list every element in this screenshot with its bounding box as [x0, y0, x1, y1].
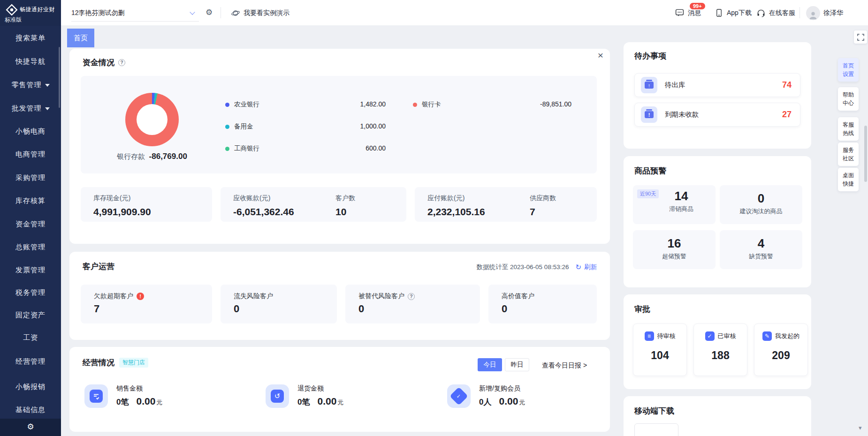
avatar	[806, 6, 820, 20]
alert-cell-slow-moving[interactable]: 近90天 14 滞销商品	[633, 185, 716, 224]
sidebar-item-ecom-mgmt[interactable]: 电商管理	[0, 149, 61, 160]
sidebar-item-purchase[interactable]: 采购管理	[0, 172, 61, 183]
sidebar-scrollbar[interactable]	[59, 47, 60, 108]
smart-store-tag: 智慧门店	[119, 358, 148, 368]
business-title: 经营情况	[83, 357, 114, 368]
last-90-days-tag: 近90天	[637, 189, 659, 198]
close-icon[interactable]: ×	[598, 50, 603, 61]
sidebar-item-retail[interactable]: 零售管理	[0, 79, 61, 90]
today-button[interactable]: 今日	[478, 358, 502, 371]
metric-refund: ↺ 退货金额 0笔0.00元	[266, 384, 343, 408]
due-unpaid-icon: !	[641, 106, 657, 123]
alert-cell-out-of-stock[interactable]: 4 缺货预警	[720, 230, 802, 269]
alert-cell-overstock[interactable]: 16 超储预警	[633, 230, 716, 269]
person-icon	[808, 10, 818, 20]
approval-approved[interactable]: ✓已审核 188	[693, 323, 747, 376]
customer-card-replacement-risk[interactable]: 被替代风险客户? 0	[345, 285, 480, 323]
stat-customers: 客户数 10	[335, 194, 355, 218]
sidebar-item-funds[interactable]: 资金管理	[0, 218, 61, 230]
legend-dot	[413, 103, 417, 107]
approval-pending[interactable]: ≡待审核 104	[633, 323, 687, 376]
todo-title: 待办事项	[634, 51, 666, 61]
todo-item-due-unpaid[interactable]: ! 到期未收款 27	[634, 103, 800, 127]
alert-icon: !	[137, 293, 144, 300]
todo-card: 待办事项 ↑ 待出库 74 ! 到期未收款 27	[624, 42, 811, 149]
gear-icon: ⚙	[27, 422, 34, 431]
rail-community[interactable]: 服务社区	[838, 143, 859, 166]
sidebar-item-wholesale[interactable]: 批发管理	[0, 103, 61, 114]
rail-help-center[interactable]: 帮助中心	[838, 87, 859, 111]
messages-button[interactable]: 99+ 消息	[675, 0, 701, 26]
sidebar-item-inventory[interactable]: 库存核算	[0, 195, 61, 206]
fullscreen-button[interactable]	[854, 30, 867, 44]
refresh-link[interactable]: 刷新	[584, 263, 597, 271]
brand-logo-icon	[6, 4, 18, 16]
sales-amount-icon	[84, 384, 108, 408]
alert-cell-eliminate[interactable]: 0 建议淘汰的商品	[720, 185, 802, 224]
sidebar-item-ledger[interactable]: 总账管理	[0, 241, 61, 253]
tab-home[interactable]: 首页	[67, 29, 94, 47]
legend-value: 600.00	[315, 144, 386, 152]
sidebar-item-fixed-assets[interactable]: 固定资产	[0, 309, 61, 321]
mobile-download-card: 移动端下载	[624, 396, 811, 436]
customer-card-churn-risk[interactable]: 流失风险客户 0	[221, 285, 337, 323]
clipboard-lines-icon: ≡	[645, 331, 654, 341]
scroll-down-icon[interactable]: ▾	[859, 424, 862, 431]
rail-service-hotline[interactable]: 客服热线	[838, 117, 859, 141]
business-card: 经营情况 智慧门店 今日 昨日 查看今日日报 > 销售金额 0笔0.00元 ↺ …	[69, 347, 610, 432]
customer-card-overdue[interactable]: 欠款超期客户! 7	[81, 285, 212, 323]
account-select-value: 12李艳芬测试勿删	[71, 9, 125, 17]
todo-item-outbound[interactable]: ↑ 待出库 74	[634, 73, 800, 97]
sidebar-item-search-menu[interactable]: 搜索菜单	[0, 32, 61, 44]
caret-down-icon	[45, 107, 50, 110]
online-service-button[interactable]: 在线客服	[756, 0, 795, 26]
legend-dot	[225, 147, 229, 151]
topbar-divider	[221, 7, 221, 18]
refresh-icon[interactable]: ↻	[575, 263, 581, 271]
sidebar-item-invoice[interactable]: 发票管理	[0, 264, 61, 276]
approval-title: 审批	[634, 304, 650, 315]
approval-card: 审批 ≡待审核 104 ✓已审核 188 ✎我发起的 209	[624, 294, 811, 389]
refund-amount-icon: ↺	[266, 384, 289, 408]
app-download-button[interactable]: App下载	[715, 0, 752, 26]
account-select[interactable]: 12李艳芬测试勿删	[71, 5, 199, 22]
topbar-divider	[799, 7, 800, 18]
gear-icon[interactable]: ⚙	[206, 8, 213, 16]
funds-title: 资金情况	[83, 57, 114, 68]
customer-card: 客户运营 数据统计至 2023-06-05 08:53:26 ↻ 刷新 欠款超期…	[69, 252, 610, 340]
funds-card: 资金情况 ? × 银行存款 -86,769.00 农业银行 1,482.00 备…	[69, 49, 610, 244]
approval-initiated[interactable]: ✎我发起的 209	[754, 323, 808, 376]
funds-chart-panel: 银行存款 -86,769.00 农业银行 1,482.00 备用金 1,000.…	[81, 76, 597, 173]
sidebar-item-operations[interactable]: 经营管理	[0, 356, 61, 367]
sidebar-item-base-info[interactable]: 基础信息	[0, 404, 61, 415]
legend-item: 农业银行	[225, 100, 259, 109]
demo-link[interactable]: 我要看实例演示	[231, 0, 289, 26]
rail-home-settings[interactable]: 首页设置	[838, 58, 859, 82]
customer-card-high-value[interactable]: 高价值客户 0	[488, 285, 597, 323]
sidebar-item-reimburse[interactable]: 小畅报销	[0, 381, 61, 392]
clipboard-pen-icon: ✎	[762, 331, 772, 341]
sidebar-item-tax[interactable]: 税务管理	[0, 287, 61, 298]
top-bar: 畅捷通好业财 标准版 12李艳芬测试勿删 ⚙ 我要看实例演示 99+ 消息 Ap…	[0, 0, 868, 26]
member-icon: ✓	[447, 384, 471, 408]
sidebar-item-xiaochang-ecom[interactable]: 小畅电商	[0, 126, 61, 137]
message-icon	[675, 8, 685, 17]
legend-dot	[225, 103, 229, 107]
sidebar-settings-button[interactable]: ⚙	[0, 419, 61, 436]
brand-logo[interactable]: 畅捷通好业财 标准版	[0, 0, 61, 26]
user-menu[interactable]: 徐泽华	[806, 0, 843, 26]
help-icon[interactable]: ?	[118, 59, 125, 66]
daily-report-link[interactable]: 查看今日日报 >	[542, 361, 587, 370]
metric-sales: 销售金额 0笔0.00元	[84, 384, 162, 408]
sidebar-item-payroll[interactable]: 工资	[0, 332, 61, 343]
customer-title: 客户运营	[83, 261, 114, 272]
message-badge: 99+	[689, 2, 706, 10]
rail-desktop-shortcut[interactable]: 桌面快捷	[838, 168, 859, 191]
stat-suppliers: 供应商数 7	[530, 194, 556, 218]
phone-icon	[715, 8, 723, 17]
yesterday-button[interactable]: 昨日	[505, 358, 529, 371]
app-window: 搜索菜单 快捷导航 零售管理 批发管理 小畅电商 电商管理 采购管理 库存核算 …	[0, 0, 868, 436]
page-scrollbar[interactable]	[864, 126, 867, 182]
sidebar-item-quick-nav[interactable]: 快捷导航	[0, 56, 61, 67]
legend-item: 银行卡	[413, 100, 441, 109]
